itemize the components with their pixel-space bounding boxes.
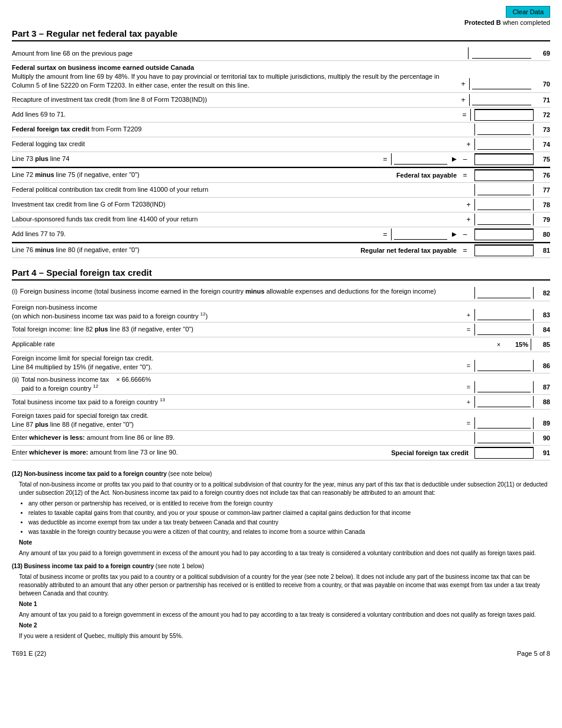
row-78-label: Investment tax credit from line G of For… [12,200,463,209]
row-74-linenum: 74 [534,141,550,148]
row-87-label: (ii) Total non-business income taxpaid t… [12,375,463,393]
note13-note1-label: Note 1 [19,600,550,608]
row-72-box[interactable] [474,109,534,121]
row-75-input[interactable] [394,154,447,165]
row-80-input[interactable] [394,229,447,240]
note12-bullets: any other person or partnership has rece… [28,500,550,536]
row-80-label: Add lines 77 to 79. [12,230,379,239]
note12-note-label: Note [19,539,550,547]
row-90-input[interactable] [477,433,531,443]
row-72-label: Add lines 69 to 71. [12,110,458,119]
note13-note2-body: If you were a resident of Quebec, multip… [19,632,550,640]
row-83-op: + [463,311,474,318]
row-90: Enter whichever is less: amount from lin… [12,431,550,446]
row-74-input[interactable] [477,139,531,150]
row-78-op: + [463,201,474,209]
row-73-linenum: 73 [534,126,550,133]
row-80-minus: – [459,230,471,239]
row-70-input[interactable] [472,79,531,89]
row-88-linenum: 88 [534,398,550,405]
note12-note-body: Any amount of tax you paid to a foreign … [19,549,550,558]
note12-bullet-1: any other person or partnership has rece… [28,500,550,508]
row-91: Enter whichever is more: amount from lin… [12,446,550,460]
row-77-linenum: 77 [534,186,550,194]
row-72: Add lines 69 to 71. = 72 [12,108,550,123]
row-85-linenum: 85 [534,341,550,348]
row-69: Amount from line 68 on the previous page… [12,46,550,61]
note13-title: (13) Business income tax paid to a forei… [12,562,550,571]
row-84-op: = [463,326,474,333]
note12-title: (12) Non-business income tax paid to a f… [12,470,550,478]
row-75-linenum: 75 [534,156,550,163]
row-83: Foreign non-business income (on which no… [12,301,550,323]
row-71-linenum: 71 [534,96,550,104]
top-right-area: Clear Data Protected B when completed [12,6,550,26]
row-87-linenum: 87 [534,384,550,391]
row-71-label: Recapture of investment tax credit (from… [12,95,457,104]
row-88-label: Total business income tax paid to a fore… [12,397,463,407]
row-85-label: Applicable rate [12,340,493,349]
footer-right: Page 5 of 8 [517,650,550,657]
row-72-op: = [458,111,470,119]
row-81-linenum: 81 [534,247,550,254]
row-82-input[interactable] [477,288,531,298]
row-69-input[interactable] [472,48,531,59]
part3-section: Part 3 – Regular net federal tax payable… [12,28,550,258]
row-76-op: = [459,171,471,179]
row-75-label: Line 73 plus line 74 [12,154,379,163]
row-87-input[interactable] [477,382,531,392]
row-75-box[interactable] [474,153,534,165]
row-73-label: Federal foreign tax credit from Form T22… [12,125,474,134]
row-89-input[interactable] [477,418,531,429]
row-84-input[interactable] [477,324,531,335]
row-75-minus: – [459,155,471,163]
row-81: Line 76 minus line 80 (if negative, ente… [12,242,550,258]
row-77: Federal political contribution tax credi… [12,183,550,198]
row-74: Federal logging tax credit + 74 [12,137,550,152]
row-91-box[interactable] [474,447,534,459]
row-76-midlabel: Federal tax payable [396,172,457,179]
row-73-input[interactable] [477,124,531,135]
row-70-linenum: 70 [534,80,550,88]
row-89-op: = [463,420,474,427]
protected-b-label: Protected B when completed [464,19,550,26]
row-83-input[interactable] [477,310,531,320]
row-87-op: = [463,384,474,391]
row-89: Foreign taxes paid for special foreign t… [12,410,550,431]
row-79-op: + [463,215,474,224]
row-88-op: + [463,398,474,405]
row-71-input[interactable] [472,95,531,105]
row-78-input[interactable] [477,199,531,210]
row-86: Foreign income limit for special foreign… [12,352,550,373]
row-79-input[interactable] [477,214,531,225]
row-86-label: Foreign income limit for special foreign… [12,354,463,372]
row-75-arrow: ► [450,154,459,163]
clear-data-button[interactable]: Clear Data [506,6,550,18]
row-76-box[interactable] [474,169,534,181]
row-83-linenum: 83 [534,311,550,318]
row-71: Recapture of investment tax credit (from… [12,93,550,108]
row-91-linenum: 91 [534,449,550,456]
note12-bullet-4: was taxable in the foreign country becau… [28,528,550,536]
row-81-box[interactable] [474,244,534,256]
row-91-midlabel: Special foreign tax credit [391,449,469,456]
row-77-input[interactable] [477,185,531,195]
row-73: Federal foreign tax credit from Form T22… [12,123,550,137]
row-82-linenum: 82 [534,289,550,297]
row-84-label: Total foreign income: line 82 plus line … [12,325,463,334]
row-84: Total foreign income: line 82 plus line … [12,323,550,337]
row-78: Investment tax credit from line G of For… [12,198,550,212]
row-80-arrow: ► [450,230,459,239]
note13-note2-label: Note 2 [19,621,550,630]
row-82-label: (i) Foreign business income (total busin… [12,287,474,296]
note12-bullet-2: relates to taxable capital gains from th… [28,509,550,517]
row-88-input[interactable] [477,397,531,407]
row-75-eq: = [379,155,391,163]
row-75: Line 73 plus line 74 = ► – 75 [12,152,550,167]
row-81-midlabel: Regular net federal tax payable [360,247,457,254]
row-76: Line 72 minus line 75 (if negative, ente… [12,167,550,183]
row-86-input[interactable] [477,360,531,371]
notes-section: (12) Non-business income tax paid to a f… [12,470,550,640]
row-80-box[interactable] [474,228,534,240]
row-79: Labour-sponsored funds tax credit from l… [12,212,550,227]
